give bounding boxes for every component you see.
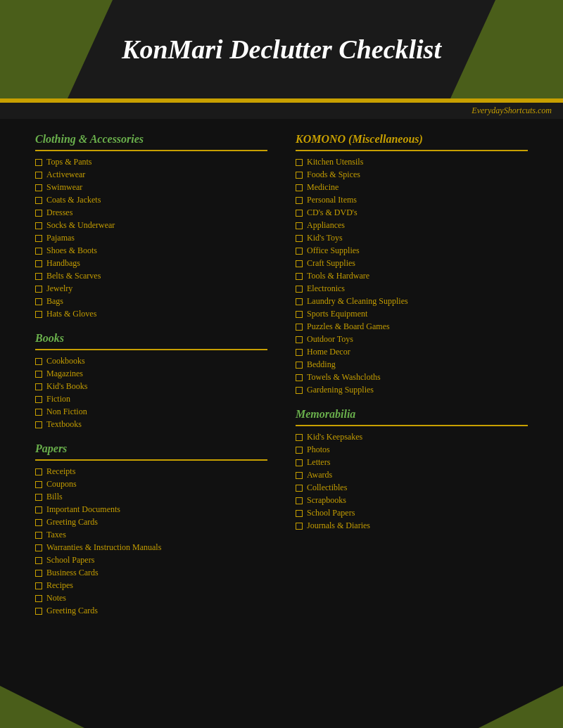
list-item[interactable]: Outdoor Toys xyxy=(296,334,528,345)
checkbox[interactable] xyxy=(35,273,42,280)
checkbox[interactable] xyxy=(35,532,42,539)
checkbox[interactable] xyxy=(35,197,42,204)
checkbox[interactable] xyxy=(296,159,303,166)
checkbox[interactable] xyxy=(296,235,303,242)
checkbox[interactable] xyxy=(35,371,42,378)
list-item[interactable]: Electronics xyxy=(296,283,528,294)
checkbox[interactable] xyxy=(35,311,42,318)
checkbox[interactable] xyxy=(35,409,42,416)
checkbox[interactable] xyxy=(35,481,42,488)
checkbox[interactable] xyxy=(35,222,42,229)
checkbox[interactable] xyxy=(35,159,42,166)
list-item[interactable]: Belts & Scarves xyxy=(35,271,267,281)
list-item[interactable]: Notes xyxy=(35,593,267,604)
checkbox[interactable] xyxy=(35,184,42,191)
list-item[interactable]: Office Supplies xyxy=(296,245,528,256)
checkbox[interactable] xyxy=(35,506,42,513)
list-item[interactable]: CD's & DVD's xyxy=(296,207,528,218)
list-item[interactable]: Pajamas xyxy=(35,233,267,243)
checkbox[interactable] xyxy=(296,298,303,305)
list-item[interactable]: Non Fiction xyxy=(35,407,267,417)
list-item[interactable]: Business Cards xyxy=(35,568,267,578)
checkbox[interactable] xyxy=(296,248,303,255)
checkbox[interactable] xyxy=(296,184,303,191)
list-item[interactable]: Foods & Spices xyxy=(296,170,528,180)
checkbox[interactable] xyxy=(35,260,42,267)
list-item[interactable]: Jewelry xyxy=(35,283,267,294)
list-item[interactable]: Greeting Cards xyxy=(35,606,267,616)
checkbox[interactable] xyxy=(296,362,303,369)
checkbox[interactable] xyxy=(35,286,42,293)
checkbox[interactable] xyxy=(296,447,303,454)
list-item[interactable]: Towels & Washcloths xyxy=(296,372,528,383)
checkbox[interactable] xyxy=(35,298,42,305)
list-item[interactable]: Magazines xyxy=(35,369,267,379)
list-item[interactable]: Recipes xyxy=(35,580,267,591)
list-item[interactable]: Bills xyxy=(35,492,267,502)
list-item[interactable]: Bags xyxy=(35,296,267,307)
checkbox[interactable] xyxy=(296,311,303,318)
checkbox[interactable] xyxy=(296,172,303,179)
list-item[interactable]: Cookbooks xyxy=(35,356,267,366)
list-item[interactable]: Fiction xyxy=(35,394,267,404)
list-item[interactable]: Sports Equipment xyxy=(296,309,528,319)
list-item[interactable]: Photos xyxy=(296,445,528,455)
checkbox[interactable] xyxy=(296,523,303,530)
list-item[interactable]: Tops & Pants xyxy=(35,157,267,167)
list-item[interactable]: Laundry & Cleaning Supplies xyxy=(296,296,528,307)
checkbox[interactable] xyxy=(35,235,42,242)
checkbox[interactable] xyxy=(35,396,42,403)
list-item[interactable]: Hats & Gloves xyxy=(35,309,267,319)
checkbox[interactable] xyxy=(296,197,303,204)
checkbox[interactable] xyxy=(296,485,303,492)
checkbox[interactable] xyxy=(35,210,42,217)
checkbox[interactable] xyxy=(35,595,42,602)
list-item[interactable]: Kid's Books xyxy=(35,381,267,392)
list-item[interactable]: Journals & Diaries xyxy=(296,521,528,531)
list-item[interactable]: Letters xyxy=(296,457,528,468)
checkbox[interactable] xyxy=(35,582,42,589)
list-item[interactable]: Kitchen Utensils xyxy=(296,157,528,167)
checkbox[interactable] xyxy=(296,286,303,293)
list-item[interactable]: Kid's Toys xyxy=(296,233,528,243)
checkbox[interactable] xyxy=(35,570,42,577)
checkbox[interactable] xyxy=(296,387,303,394)
list-item[interactable]: Scrapbooks xyxy=(296,495,528,506)
checkbox[interactable] xyxy=(35,519,42,526)
list-item[interactable]: Appliances xyxy=(296,220,528,231)
checkbox[interactable] xyxy=(35,383,42,390)
list-item[interactable]: Home Decor xyxy=(296,347,528,357)
list-item[interactable]: School Papers xyxy=(35,555,267,566)
list-item[interactable]: Collectibles xyxy=(296,483,528,493)
checkbox[interactable] xyxy=(35,468,42,475)
list-item[interactable]: Bedding xyxy=(296,359,528,370)
list-item[interactable]: Puzzles & Board Games xyxy=(296,321,528,332)
list-item[interactable]: Personal Items xyxy=(296,195,528,205)
checkbox[interactable] xyxy=(296,459,303,466)
checkbox[interactable] xyxy=(296,472,303,479)
checkbox[interactable] xyxy=(296,497,303,504)
list-item[interactable]: School Papers xyxy=(296,508,528,518)
checkbox[interactable] xyxy=(35,544,42,551)
list-item[interactable]: Tools & Hardware xyxy=(296,271,528,281)
list-item[interactable]: Swimwear xyxy=(35,182,267,193)
list-item[interactable]: Shoes & Boots xyxy=(35,245,267,256)
checkbox[interactable] xyxy=(296,510,303,517)
list-item[interactable]: Coats & Jackets xyxy=(35,195,267,205)
checkbox[interactable] xyxy=(35,248,42,255)
list-item[interactable]: Socks & Underwear xyxy=(35,220,267,231)
list-item[interactable]: Activewear xyxy=(35,170,267,180)
list-item[interactable]: Receipts xyxy=(35,466,267,477)
list-item[interactable]: Greeting Cards xyxy=(35,517,267,528)
list-item[interactable]: Coupons xyxy=(35,479,267,490)
checkbox[interactable] xyxy=(296,434,303,441)
checkbox[interactable] xyxy=(35,494,42,501)
list-item[interactable]: Taxes xyxy=(35,530,267,540)
list-item[interactable]: Textbooks xyxy=(35,419,267,430)
checkbox[interactable] xyxy=(296,324,303,331)
list-item[interactable]: Handbags xyxy=(35,258,267,269)
list-item[interactable]: Kid's Keepsakes xyxy=(296,432,528,442)
checkbox[interactable] xyxy=(296,210,303,217)
checkbox[interactable] xyxy=(296,336,303,343)
checkbox[interactable] xyxy=(35,172,42,179)
